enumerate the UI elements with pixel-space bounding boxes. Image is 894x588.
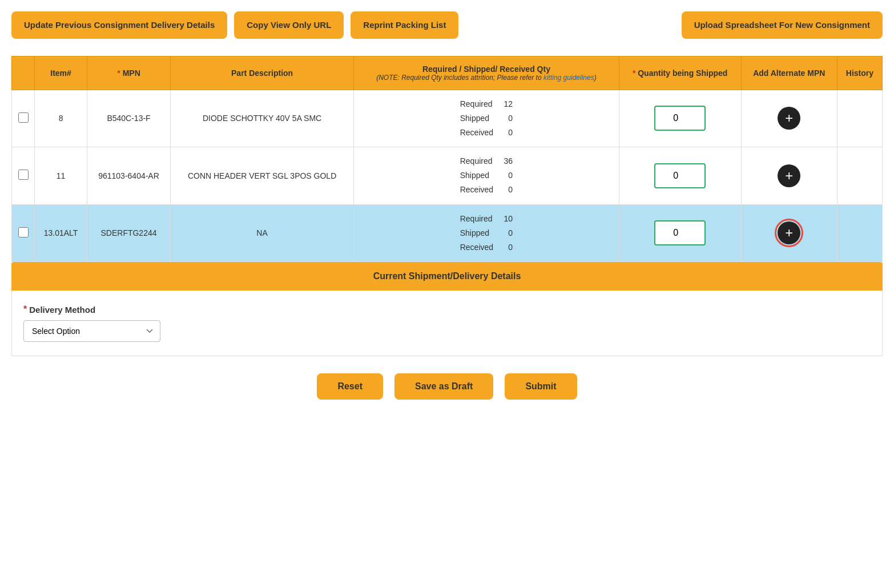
delivery-section-body: * Delivery Method Select Option <box>11 291 883 356</box>
col-checkbox <box>12 56 35 90</box>
row-item: 11 <box>35 147 87 205</box>
copy-url-button[interactable]: Copy View Only URL <box>234 11 344 39</box>
row-mpn: 961103-6404-AR <box>87 147 171 205</box>
row-history-cell <box>837 147 882 205</box>
row-checkbox[interactable] <box>18 112 29 123</box>
top-buttons-bar: Update Previous Consignment Delivery Det… <box>11 11 883 39</box>
row-part-desc: CONN HEADER VERT SGL 3POS GOLD <box>170 147 353 205</box>
row-qty-input-cell <box>619 204 741 262</box>
col-history: History <box>837 56 882 90</box>
col-qty-shipped: * Quantity being Shipped <box>619 56 741 90</box>
row-history-cell <box>837 90 882 147</box>
row-item: 13.01ALT <box>35 204 87 262</box>
row-qty-input-cell <box>619 147 741 205</box>
row-checkbox-cell <box>12 90 35 147</box>
row-qty-info: Required 12 Shipped 0 Received 0 <box>354 90 619 147</box>
add-alternate-mpn-button[interactable]: + <box>778 107 800 130</box>
qty-shipped-input[interactable] <box>654 220 706 245</box>
bottom-buttons-bar: Reset Save as Draft Submit <box>11 373 883 400</box>
add-alternate-mpn-button[interactable]: + <box>778 221 800 244</box>
row-checkbox[interactable] <box>18 170 29 180</box>
row-history-cell <box>837 204 882 262</box>
col-item: Item# <box>35 56 87 90</box>
table-row: 8 B540C-13-F DIODE SCHOTTKY 40V 5A SMC R… <box>12 90 883 147</box>
row-qty-input-cell <box>619 90 741 147</box>
table-row: 13.01ALT SDERFTG2244 NA Required 10 Ship… <box>12 204 883 262</box>
reset-button[interactable]: Reset <box>317 373 383 400</box>
row-part-desc: NA <box>170 204 353 262</box>
col-mpn: * MPN <box>87 56 171 90</box>
current-shipment-section: Current Shipment/Delivery Details * Deli… <box>11 262 883 356</box>
row-mpn: B540C-13-F <box>87 90 171 147</box>
submit-button[interactable]: Submit <box>505 373 577 400</box>
row-qty-info: Required 10 Shipped 0 Received 0 <box>354 204 619 262</box>
row-add-alt-cell: + <box>741 204 837 262</box>
col-req-ship-rcv: Required / Shipped/ Received Qty (NOTE: … <box>354 56 619 90</box>
row-qty-info: Required 36 Shipped 0 Received 0 <box>354 147 619 205</box>
qty-shipped-input[interactable] <box>654 106 706 131</box>
consignment-table: Item# * MPN Part Description Required / … <box>11 56 883 263</box>
col-add-alt-mpn: Add Alternate MPN <box>741 56 837 90</box>
row-part-desc: DIODE SCHOTTKY 40V 5A SMC <box>170 90 353 147</box>
row-item: 8 <box>35 90 87 147</box>
delivery-method-label: * Delivery Method <box>23 304 871 315</box>
row-checkbox-cell <box>12 204 35 262</box>
section-header: Current Shipment/Delivery Details <box>11 262 883 291</box>
upload-spreadsheet-button[interactable]: Upload Spreadsheet For New Consignment <box>682 11 883 39</box>
row-add-alt-cell: + <box>741 147 837 205</box>
row-add-alt-cell: + <box>741 90 837 147</box>
delivery-method-select[interactable]: Select Option <box>23 320 160 342</box>
row-mpn: SDERFTG2244 <box>87 204 171 262</box>
table-row: 11 961103-6404-AR CONN HEADER VERT SGL 3… <box>12 147 883 205</box>
row-checkbox-cell <box>12 147 35 205</box>
qty-shipped-input[interactable] <box>654 163 706 188</box>
col-part-desc: Part Description <box>170 56 353 90</box>
save-as-draft-button[interactable]: Save as Draft <box>394 373 493 400</box>
reprint-packing-button[interactable]: Reprint Packing List <box>351 11 458 39</box>
row-checkbox[interactable] <box>18 227 29 237</box>
update-consignment-button[interactable]: Update Previous Consignment Delivery Det… <box>11 11 227 39</box>
add-alternate-mpn-button[interactable]: + <box>778 164 800 187</box>
